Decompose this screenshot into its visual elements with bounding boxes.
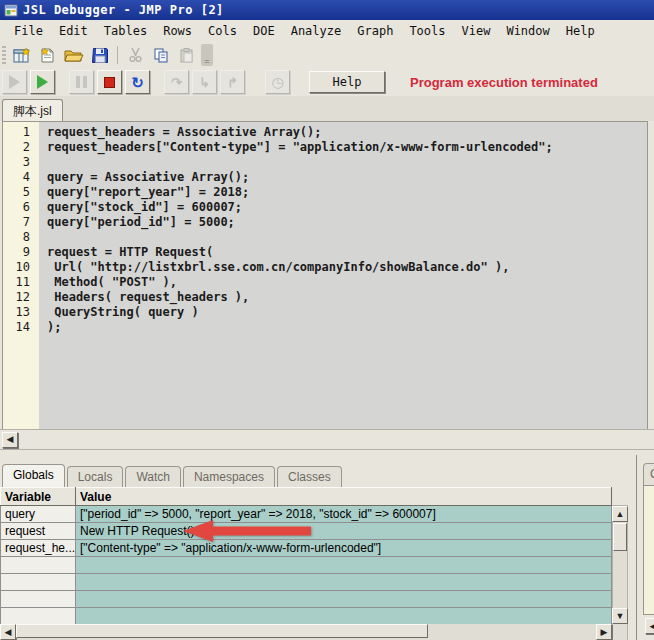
inspector-panel: GlobalsLocalsWatchNamespacesClasses Vari… (0, 463, 636, 640)
tab-locals[interactable]: Locals (67, 466, 124, 487)
step-out-icon: ↱ (227, 76, 238, 89)
variable-name-cell[interactable] (1, 591, 76, 608)
variables-table-body: query["period_id" => 5000, "report_year"… (1, 506, 612, 625)
variable-name-cell[interactable]: query (1, 506, 76, 523)
table-row[interactable] (1, 557, 612, 574)
table-hscrollbar[interactable]: ◀ ▶ (0, 624, 612, 640)
scroll-left-icon[interactable]: ◀ (645, 618, 654, 634)
menu-window[interactable]: Window (498, 22, 557, 40)
menu-help[interactable]: Help (558, 22, 603, 40)
table-row[interactable] (1, 608, 612, 625)
code-line: query = Associative Array(); (47, 170, 647, 185)
run-button[interactable] (30, 70, 55, 94)
step-over-icon: ↷ (171, 76, 182, 89)
variable-value-cell[interactable]: New HTTP Request() (76, 523, 612, 540)
cut-button[interactable] (123, 44, 147, 66)
scroll-left-icon[interactable]: ◀ (0, 624, 16, 640)
hscroll-thumb[interactable] (16, 624, 428, 638)
toolbar-grip[interactable] (2, 46, 6, 64)
variable-value-cell[interactable] (76, 608, 612, 625)
tab-watch[interactable]: Watch (125, 466, 181, 487)
scroll-right-icon[interactable]: ▶ (596, 624, 612, 640)
scroll-up-icon[interactable]: ▲ (612, 506, 628, 522)
step-out-button[interactable]: ↱ (220, 70, 245, 94)
variable-name-cell[interactable] (1, 608, 76, 625)
column-header-value[interactable]: Value (76, 488, 612, 506)
code-line: request_headers = Associative Array(); (47, 125, 647, 140)
debug-toolbar: ↻ ↷ ↳ ↱ ◷ Help Program execution termina… (0, 68, 654, 96)
line-number: 2 (3, 140, 39, 155)
code-line: request_headers["Content-type"] = "appli… (47, 140, 647, 155)
run-disabled-icon (9, 75, 20, 89)
menu-doe[interactable]: DOE (245, 22, 283, 40)
new-script-icon (39, 47, 58, 64)
hscroll-track (428, 624, 596, 640)
help-button[interactable]: Help (309, 71, 385, 93)
code-editor[interactable]: 1234567891011121314 request_headers = As… (0, 121, 654, 430)
code-line: ); (47, 320, 647, 335)
new-data-table-button[interactable] (10, 44, 34, 66)
menu-file[interactable]: File (6, 22, 51, 40)
new-script-button[interactable] (36, 44, 60, 66)
table-row[interactable]: request_he...["Content-type" => "applica… (1, 540, 612, 557)
tab-callstack-partial[interactable]: C (643, 463, 654, 485)
save-button[interactable] (88, 44, 112, 66)
menu-tables[interactable]: Tables (96, 22, 155, 40)
scroll-down-icon[interactable]: ▼ (612, 608, 628, 624)
column-header-variable[interactable]: Variable (1, 488, 76, 506)
menu-graph[interactable]: Graph (349, 22, 401, 40)
stop-button[interactable] (97, 70, 122, 94)
pause-button[interactable] (69, 70, 94, 94)
line-number: 4 (3, 170, 39, 185)
paste-button[interactable] (175, 44, 199, 66)
menu-analyze[interactable]: Analyze (283, 22, 350, 40)
tab-globals[interactable]: Globals (2, 464, 65, 487)
code-line: query["period_id"] = 5000; (47, 215, 647, 230)
menu-edit[interactable]: Edit (51, 22, 96, 40)
line-number: 1 (3, 125, 39, 140)
open-icon (64, 47, 84, 63)
vscroll-thumb[interactable] (613, 523, 627, 551)
table-vscrollbar[interactable]: ▲ ▼ (612, 505, 628, 640)
jsl-debugger-window: { "window": { "title": "JSL Debugger - J… (0, 0, 654, 640)
tab-classes[interactable]: Classes (277, 466, 342, 487)
run-to-breakpoint-button[interactable] (2, 70, 27, 94)
line-number: 6 (3, 200, 39, 215)
editor-hscrollbar[interactable]: ◀ (0, 430, 654, 450)
table-row[interactable] (1, 591, 612, 608)
table-row[interactable] (1, 574, 612, 591)
variable-value-cell[interactable]: ["period_id" => 5000, "report_year" => 2… (76, 506, 612, 523)
code-text[interactable]: request_headers = Associative Array();re… (39, 122, 647, 429)
menu-rows[interactable]: Rows (155, 22, 200, 40)
variable-value-cell[interactable] (76, 591, 612, 608)
variable-name-cell[interactable] (1, 557, 76, 574)
tab-namespaces[interactable]: Namespaces (183, 466, 275, 487)
table-row[interactable]: query["period_id" => 5000, "report_year"… (1, 506, 612, 523)
reset-button[interactable]: ↻ (125, 70, 150, 94)
menu-view[interactable]: View (454, 22, 499, 40)
variables-table: Variable Value query["period_id" => 5000… (0, 487, 612, 625)
breakpoints-button[interactable]: ◷ (265, 70, 290, 94)
menu-tools[interactable]: Tools (401, 22, 453, 40)
variable-value-cell[interactable] (76, 557, 612, 574)
open-button[interactable] (62, 44, 86, 66)
copy-button[interactable] (149, 44, 173, 66)
variable-name-cell[interactable] (1, 574, 76, 591)
variable-value-cell[interactable]: ["Content-type" => "application/x-www-fo… (76, 540, 612, 557)
menu-cols[interactable]: Cols (200, 22, 245, 40)
pause-icon (76, 76, 87, 88)
variable-name-cell[interactable]: request_he... (1, 540, 76, 557)
toolbar-overflow-icon[interactable]: = (201, 44, 213, 66)
variable-value-cell[interactable] (76, 574, 612, 591)
tab-script-jsl[interactable]: 脚本.jsl (2, 99, 63, 121)
step-into-button[interactable]: ↳ (192, 70, 217, 94)
splitter[interactable] (0, 450, 654, 462)
code-line: QueryString( query ) (47, 305, 647, 320)
step-over-button[interactable]: ↷ (164, 70, 189, 94)
line-number: 14 (3, 320, 39, 335)
variable-name-cell[interactable]: request (1, 523, 76, 540)
table-row[interactable]: requestNew HTTP Request() (1, 523, 612, 540)
scroll-left-icon[interactable]: ◀ (2, 432, 18, 448)
code-line: Headers( request_headers ), (47, 290, 647, 305)
line-number: 8 (3, 230, 39, 245)
